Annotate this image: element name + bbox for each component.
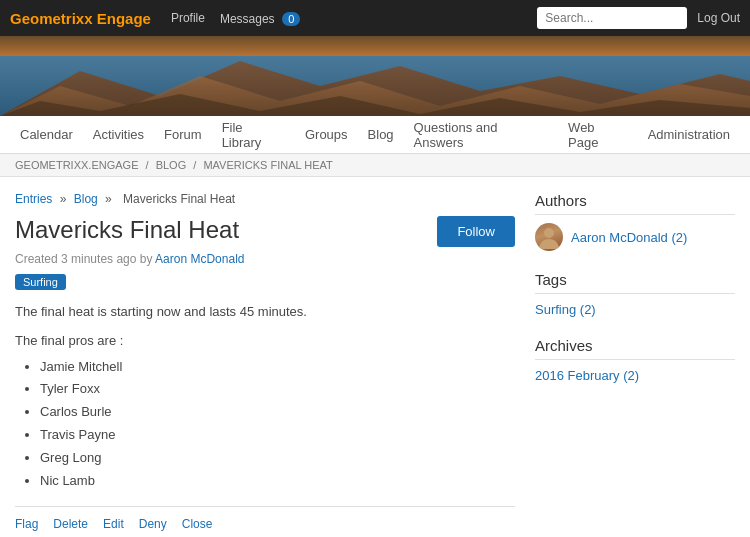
content-breadcrumb-sep2: » [105, 192, 115, 206]
article-title: Mavericks Final Heat [15, 216, 239, 244]
search-input[interactable] [537, 7, 687, 29]
messages-link[interactable]: Messages [220, 12, 275, 26]
sidebar: Authors Aaron McDonald (2) Tags Surfing … [535, 192, 735, 537]
messages-badge: 0 [282, 12, 300, 26]
content-area: Entries » Blog » Mavericks Final Heat Ma… [0, 177, 750, 537]
nav-activities[interactable]: Activities [83, 117, 154, 152]
sidebar-tags-title: Tags [535, 271, 735, 294]
flag-link[interactable]: Flag [15, 517, 38, 531]
author-link[interactable]: Aaron McDonald (2) [571, 230, 687, 245]
logout-link[interactable]: Log Out [697, 11, 740, 25]
list-item: Carlos Burle [40, 402, 515, 423]
delete-link[interactable]: Delete [53, 517, 88, 531]
sidebar-authors: Authors Aaron McDonald (2) [535, 192, 735, 251]
breadcrumb-blog[interactable]: BLOG [156, 159, 187, 171]
hero-image [0, 36, 750, 116]
sidebar-tags: Tags Surfing (2) [535, 271, 735, 317]
article-tag[interactable]: Surfing [15, 274, 66, 290]
logo-brand: Geometrixx [10, 10, 93, 27]
content-breadcrumb: Entries » Blog » Mavericks Final Heat [15, 192, 515, 206]
nav-calendar[interactable]: Calendar [10, 117, 83, 152]
nav-questions-answers[interactable]: Questions and Answers [404, 110, 558, 160]
logo: Geometrixx Engage [10, 10, 151, 27]
profile-link[interactable]: Profile [171, 11, 205, 26]
list-item: Jamie Mitchell [40, 357, 515, 378]
nav-administration[interactable]: Administration [638, 117, 740, 152]
edit-link[interactable]: Edit [103, 517, 124, 531]
list-item: Tyler Foxx [40, 379, 515, 400]
breadcrumb-sep2: / [193, 159, 199, 171]
sidebar-authors-title: Authors [535, 192, 735, 215]
nav-forum[interactable]: Forum [154, 117, 212, 152]
list-item: Travis Payne [40, 425, 515, 446]
nav-blog[interactable]: Blog [358, 117, 404, 152]
list-item: Nic Lamb [40, 471, 515, 492]
sidebar-archive-link[interactable]: 2016 February (2) [535, 368, 639, 383]
logo-engage: Engage [93, 10, 151, 27]
close-link[interactable]: Close [182, 517, 213, 531]
article: Mavericks Final Heat Follow Created 3 mi… [15, 216, 515, 531]
breadcrumb-home[interactable]: GEOMETRIXX.ENGAGE [15, 159, 138, 171]
follow-button[interactable]: Follow [437, 216, 515, 247]
top-bar: Geometrixx Engage Profile Messages 0 Log… [0, 0, 750, 36]
nav-file-library[interactable]: File Library [212, 110, 295, 160]
content-breadcrumb-entries[interactable]: Entries [15, 192, 52, 206]
breadcrumb-article[interactable]: MAVERICKS FINAL HEAT [203, 159, 332, 171]
author-avatar [535, 223, 563, 251]
main-content: Entries » Blog » Mavericks Final Heat Ma… [15, 192, 515, 537]
svg-point-5 [544, 228, 554, 238]
article-body-line2: The final pros are : [15, 331, 515, 352]
sidebar-archives: Archives 2016 February (2) [535, 337, 735, 383]
article-body-line1: The final heat is starting now and lasts… [15, 302, 515, 323]
article-actions: Flag Delete Edit Deny Close [15, 506, 515, 531]
content-breadcrumb-sep1: » [60, 192, 70, 206]
sidebar-tag-link[interactable]: Surfing (2) [535, 302, 596, 317]
content-breadcrumb-article: Mavericks Final Heat [123, 192, 235, 206]
author-row: Aaron McDonald (2) [535, 223, 735, 251]
article-pros-list: Jamie Mitchell Tyler Foxx Carlos Burle T… [40, 357, 515, 492]
article-author-link[interactable]: Aaron McDonald [155, 252, 244, 266]
nav-groups[interactable]: Groups [295, 117, 358, 152]
sidebar-archives-title: Archives [535, 337, 735, 360]
article-meta: Created 3 minutes ago by Aaron McDonald [15, 252, 515, 266]
messages-link-wrapper: Messages 0 [220, 11, 300, 26]
top-links: Profile Messages 0 [171, 11, 300, 26]
breadcrumb-sep1: / [146, 159, 152, 171]
article-meta-text: Created 3 minutes ago by [15, 252, 155, 266]
nav-web-page[interactable]: Web Page [558, 110, 638, 160]
article-body: The final heat is starting now and lasts… [15, 302, 515, 491]
deny-link[interactable]: Deny [139, 517, 167, 531]
content-breadcrumb-blog[interactable]: Blog [74, 192, 98, 206]
list-item: Greg Long [40, 448, 515, 469]
main-nav: Calendar Activities Forum File Library G… [0, 116, 750, 154]
